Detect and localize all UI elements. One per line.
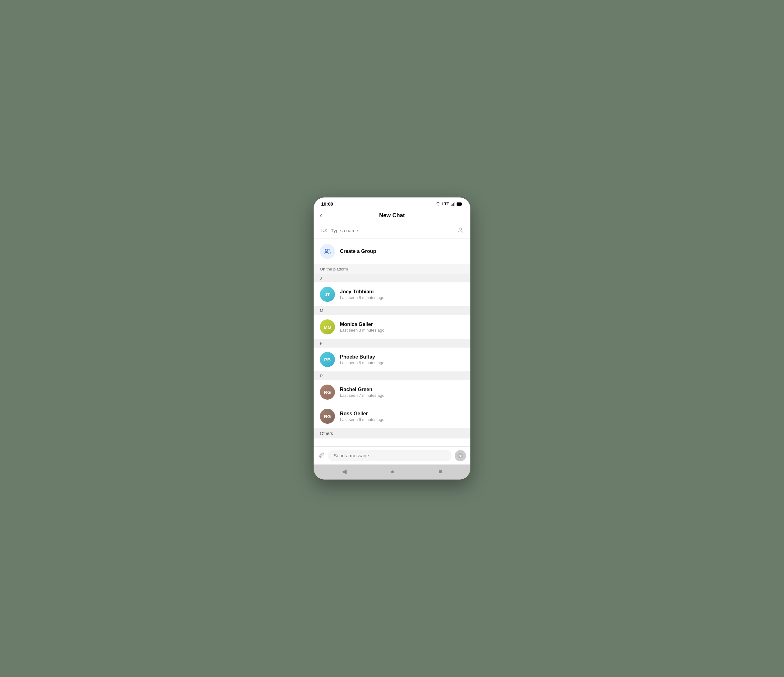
contact-name-rachel: Rachel Green [340,387,384,393]
svg-rect-3 [454,202,455,206]
attach-button[interactable] [318,451,325,460]
send-button[interactable] [455,450,466,461]
nav-back-button[interactable]: ◀ [342,467,347,475]
svg-point-7 [325,249,328,252]
svg-point-8 [328,249,330,251]
contact-info-rachel: Rachel Green Last seen 7 minutes ago [340,387,384,398]
contact-phoebe[interactable]: PB Phoebe Buffay Last seen 6 minutes ago [314,348,470,372]
avatar-monica: MG [320,319,335,334]
lte-text: LTE [442,202,449,206]
wifi-icon [436,202,440,206]
app-header: ‹ New Chat [314,209,470,222]
letter-header-p: P [314,339,470,348]
group-icon [323,247,331,255]
contact-ross[interactable]: RG Ross Geller Last seen 6 minutes ago [314,404,470,429]
nav-square-button[interactable]: ■ [439,468,442,475]
svg-point-6 [459,228,462,230]
to-field: TO: [314,222,470,239]
status-time: 10:00 [321,201,333,207]
avatar-joey: JT [320,287,335,302]
contact-rachel[interactable]: RG Rachel Green Last seen 7 minutes ago [314,380,470,404]
group-icon-wrap [320,244,335,259]
contact-status-ross: Last seen 6 minutes ago [340,417,384,422]
svg-rect-0 [451,205,451,206]
svg-rect-2 [453,203,454,206]
avatar-initials-rachel: RG [324,390,331,395]
contact-info-phoebe: Phoebe Buffay Last seen 6 minutes ago [340,354,384,365]
contact-status-joey: Last seen 8 minutes ago [340,295,384,300]
contact-info-joey: Joey Tribbiani Last seen 8 minutes ago [340,289,384,300]
letter-header-r: R [314,372,470,380]
status-icons: LTE [436,202,463,206]
create-group-item[interactable]: Create a Group [314,239,470,264]
contact-status-monica: Last seen 3 minutes ago [340,328,384,332]
contact-status-phoebe: Last seen 6 minutes ago [340,360,384,365]
message-input[interactable] [334,453,446,458]
signal-icon [451,202,455,206]
battery-icon [457,202,463,206]
contact-name-joey: Joey Tribbiani [340,289,384,295]
letter-header-m: M [314,306,470,315]
contact-person-icon[interactable] [457,227,464,234]
contact-name-monica: Monica Geller [340,321,384,327]
status-bar: 10:00 LTE [314,197,470,209]
nav-home-button[interactable]: ● [390,468,394,475]
contact-info-monica: Monica Geller Last seen 3 minutes ago [340,321,384,332]
contact-info-ross: Ross Geller Last seen 6 minutes ago [340,411,384,422]
contact-monica[interactable]: MG Monica Geller Last seen 3 minutes ago [314,315,470,339]
others-section-label: Others [314,429,470,438]
contact-name-ross: Ross Geller [340,411,384,416]
contact-joey[interactable]: JT Joey Tribbiani Last seen 8 minutes ag… [314,283,470,306]
avatar-initials-joey: JT [325,292,330,297]
avatar-ross: RG [320,409,335,424]
to-label: TO: [320,228,327,233]
avatar-initials-phoebe: PB [324,357,331,362]
avatar-rachel: RG [320,385,335,400]
phone-frame: 10:00 LTE ‹ N [314,197,470,480]
svg-rect-5 [457,203,461,205]
contact-status-rachel: Last seen 7 minutes ago [340,393,384,398]
letter-header-j: J [314,274,470,283]
create-group-label: Create a Group [340,248,376,254]
message-bar [314,446,470,464]
avatar-initials-ross: RG [324,414,331,419]
contacts-list: Create a Group On the platform J JT Joey… [314,239,470,446]
page-title: New Chat [379,212,405,219]
nav-bar: ◀ ● ■ [314,464,470,480]
message-input-wrap [328,450,451,461]
avatar-phoebe: PB [320,352,335,367]
back-button[interactable]: ‹ [320,211,322,220]
avatar-initials-monica: MG [324,325,331,330]
recipient-input[interactable] [331,228,457,233]
svg-rect-1 [452,204,453,206]
contact-name-phoebe: Phoebe Buffay [340,354,384,360]
platform-section-label: On the platform [314,264,470,274]
